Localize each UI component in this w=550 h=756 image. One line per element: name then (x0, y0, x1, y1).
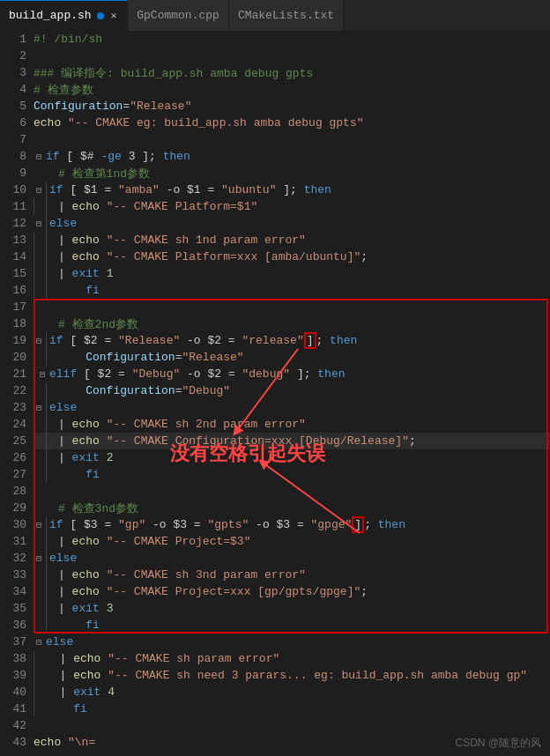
code-line-41: fi (33, 700, 550, 717)
tab-label: CMakeLists.txt (238, 9, 334, 22)
code-line-20: Configuration="Release" (33, 349, 550, 366)
fold-icon-21[interactable]: ⊟ (37, 369, 48, 380)
code-line-24: | echo "-- CMAKE sh 2nd param error" (33, 416, 550, 433)
code-line-2 (33, 48, 550, 64)
code-line-13: | echo "-- CMAKE sh 1nd param error" (33, 232, 550, 248)
code-line-31: | echo "-- CMAKE Project=$3" (33, 533, 550, 550)
code-line-5: Configuration="Release" (33, 98, 550, 115)
code-line-1: #! /bin/sh (33, 31, 550, 48)
app-window: build_app.sh ✕ GpCommon.cpp CMakeLists.t… (0, 0, 550, 756)
code-line-27: fi (33, 466, 550, 483)
code-line-36: fi (33, 617, 550, 634)
fold-icon-10[interactable]: ⊟ (33, 185, 44, 196)
tab-label: build_app.sh (9, 9, 92, 22)
tab-label: GpCommon.cpp (137, 9, 219, 22)
code-line-23: ⊟ else (33, 399, 550, 416)
code-line-25: | echo "-- CMAKE Configuration=xxx [Debu… (33, 433, 550, 449)
fold-icon-19[interactable]: ⊟ (33, 336, 44, 346)
code-line-17 (33, 299, 550, 315)
code-line-7 (33, 131, 550, 148)
tab-build-app-sh[interactable]: build_app.sh ✕ (0, 0, 128, 31)
code-line-6: echo "-- CMAKE eg: build_app.sh amba deb… (33, 115, 550, 131)
code-line-12: ⊟ else (33, 215, 550, 232)
code-line-22: Configuration="Debug" (33, 382, 550, 399)
code-line-19: ⊟ if [ $2 = "Release" -o $2 = "release" … (33, 332, 550, 349)
code-line-29: # 检查3nd参数 (33, 500, 550, 516)
code-line-4: # 检查参数 (33, 81, 550, 98)
fold-icon-32[interactable]: ⊟ (33, 553, 44, 564)
code-line-38: | echo "-- CMAKE sh param error" (33, 650, 550, 667)
tab-close-button[interactable]: ✕ (109, 9, 119, 22)
code-line-15: | exit 1 (33, 265, 550, 282)
code-line-21: ⊟ elif [ $2 = "Debug" -o $2 = "debug" ];… (33, 366, 550, 382)
fold-icon-30[interactable]: ⊟ (33, 520, 44, 530)
code-line-9: # 检查第1nd参数 (33, 165, 550, 182)
tab-cmake-lists[interactable]: CMakeLists.txt (229, 0, 344, 31)
csdn-watermark: CSDN @随意的风 (455, 736, 541, 751)
code-line-18: # 检查2nd参数 (33, 315, 550, 332)
code-lines: #! /bin/sh ### 编译指令: build_app.sh amba d… (33, 31, 550, 751)
code-line-16: fi (33, 282, 550, 299)
line-numbers: 1 2 3 4 5 6 7 8 9 10 11 12 13 14 15 16 1… (0, 31, 33, 756)
tab-modified-dot (97, 12, 104, 19)
code-line-39: | echo "-- CMAKE sh need 3 parars... eg:… (33, 667, 550, 684)
code-line-34: | echo "-- CMAKE Project=xxx [gp/gpts/gp… (33, 583, 550, 600)
fold-icon-37[interactable]: ⊟ (33, 637, 44, 648)
code-line-28 (33, 483, 550, 500)
tab-gp-common-cpp[interactable]: GpCommon.cpp (128, 0, 229, 31)
code-line-32: ⊟ else (33, 550, 550, 567)
code-line-14: | echo "-- CMAKE Platform=xxx [amba/ubun… (33, 248, 550, 265)
code-line-40: | exit 4 (33, 684, 550, 700)
code-line-8: ⊟ if [ $# -ge 3 ]; then (33, 148, 550, 165)
code-line-33: | echo "-- CMAKE sh 3nd param error" (33, 567, 550, 583)
tab-bar: build_app.sh ✕ GpCommon.cpp CMakeLists.t… (0, 0, 550, 31)
editor-area: 1 2 3 4 5 6 7 8 9 10 11 12 13 14 15 16 1… (0, 31, 550, 756)
fold-icon-8[interactable]: ⊟ (33, 152, 44, 162)
code-line-26: | exit 2 (33, 449, 550, 466)
code-line-11: | echo "-- CMAKE Platform=$1" (33, 198, 550, 215)
code-line-37: ⊟ else (33, 634, 550, 650)
fold-icon-23[interactable]: ⊟ (33, 403, 44, 413)
code-column: #! /bin/sh ### 编译指令: build_app.sh amba d… (33, 31, 550, 756)
code-line-35: | exit 3 (33, 600, 550, 617)
code-line-30: ⊟ if [ $3 = "gp" -o $3 = "gpts" -o $3 = … (33, 516, 550, 533)
fold-icon-12[interactable]: ⊟ (33, 219, 44, 229)
code-line-10: ⊟ if [ $1 = "amba" -o $1 = "ubuntu" ]; t… (33, 182, 550, 198)
code-line-3: ### 编译指令: build_app.sh amba debug gpts (33, 64, 550, 81)
code-line-42 (33, 717, 550, 734)
